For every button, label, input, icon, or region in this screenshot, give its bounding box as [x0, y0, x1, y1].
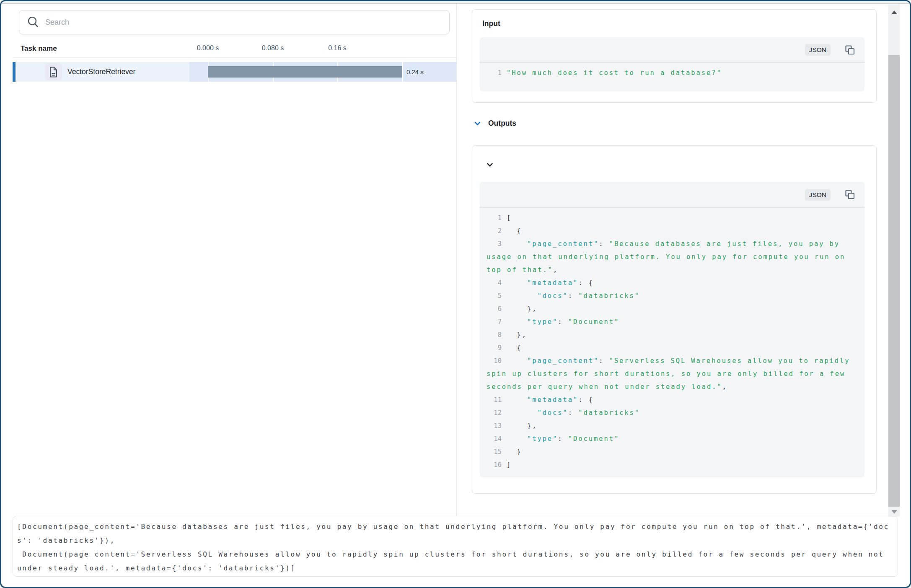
window-top-strip — [1, 1, 910, 4]
scroll-up-arrow-icon[interactable] — [891, 10, 897, 14]
outputs-code-content: 1[2 {3 "page_content": "Because database… — [480, 208, 864, 477]
input-card: Input JSON 1"How much does it cost to ru… — [472, 9, 877, 103]
task-name-cell: VectorStoreRetriever — [13, 62, 189, 82]
task-name-label: VectorStoreRetriever — [67, 62, 135, 82]
search-box[interactable] — [19, 10, 450, 34]
json-format-badge[interactable]: JSON — [805, 44, 831, 56]
outputs-code-header: JSON — [480, 182, 864, 208]
gridline — [402, 62, 403, 82]
time-axis: 0.000 s0.080 s0.16 s — [189, 44, 456, 54]
time-tick-label: 0.080 s — [262, 44, 284, 52]
right-panel-scrollbar[interactable] — [888, 4, 900, 517]
json-format-badge[interactable]: JSON — [805, 189, 831, 201]
raw-output-text: [Document(page_content='Because database… — [13, 516, 898, 577]
panel-divider — [456, 4, 457, 516]
selected-row-accent — [13, 62, 16, 82]
outputs-code-block: JSON 1[2 {3 "page_content": "Because dat… — [480, 182, 864, 477]
trace-viewer-window: Task name 0.000 s0.080 s0.16 s VectorSto… — [0, 0, 911, 588]
copy-icon[interactable] — [845, 45, 855, 55]
time-tick-label: 0.000 s — [197, 44, 219, 52]
collapse-output-toggle[interactable] — [486, 161, 494, 170]
task-name-column-header: Task name — [21, 44, 57, 53]
outputs-card: JSON 1[2 {3 "page_content": "Because dat… — [472, 145, 877, 494]
input-code-block: JSON 1"How much does it cost to run a da… — [480, 37, 864, 91]
raw-output-panel: [Document(page_content='Because database… — [13, 516, 898, 577]
outputs-section-title: Outputs — [488, 119, 516, 128]
input-section-title: Input — [482, 19, 500, 28]
outputs-section-toggle[interactable]: Outputs — [474, 119, 516, 128]
header-divider — [13, 57, 456, 58]
search-input[interactable] — [45, 18, 449, 27]
duration-label: 0.24 s — [406, 62, 424, 82]
chevron-down-icon — [474, 120, 481, 127]
time-tick-label: 0.16 s — [328, 44, 347, 52]
scrollbar-thumb[interactable] — [888, 55, 900, 507]
copy-icon[interactable] — [845, 189, 855, 200]
input-code-content: 1"How much does it cost to run a databas… — [480, 63, 864, 85]
gantt-cell: 0.24 s — [189, 62, 456, 82]
duration-bar — [208, 66, 402, 78]
task-row[interactable]: VectorStoreRetriever 0.24 s — [13, 62, 456, 82]
chevron-down-icon — [486, 161, 494, 168]
search-icon — [27, 16, 39, 28]
scroll-down-arrow-icon[interactable] — [891, 510, 897, 514]
document-icon — [45, 63, 62, 80]
input-code-header: JSON — [480, 37, 864, 63]
